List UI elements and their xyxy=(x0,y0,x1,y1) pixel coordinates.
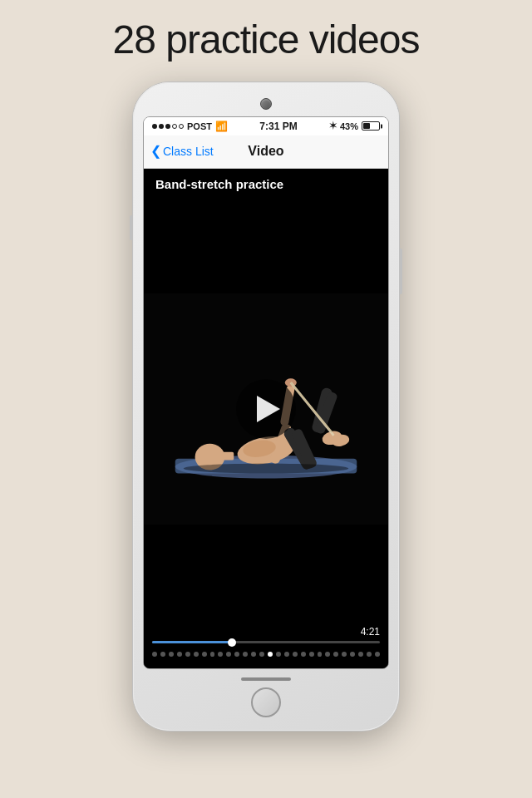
dot-8 xyxy=(218,652,223,657)
phone-screen: POST 📶 7:31 PM ✶ 43% ❮ Class List Video xyxy=(143,116,389,669)
dot-25 xyxy=(358,652,363,657)
video-title: Band-stretch practice xyxy=(155,177,283,191)
dot-7 xyxy=(210,652,215,657)
dot-4 xyxy=(185,652,190,657)
nav-bar: ❮ Class List Video xyxy=(144,135,388,169)
dot-6 xyxy=(202,652,207,657)
dot-20 xyxy=(318,652,323,657)
svg-rect-5 xyxy=(222,452,234,461)
page-title: 28 practice videos xyxy=(113,17,420,62)
signal-dot-5 xyxy=(179,124,184,129)
phone-device: POST 📶 7:31 PM ✶ 43% ❮ Class List Video xyxy=(133,82,399,731)
video-title-bar: Band-stretch practice xyxy=(144,169,388,199)
volume-button xyxy=(130,215,133,240)
dot-21 xyxy=(325,652,330,657)
signal-dot-3 xyxy=(165,124,170,129)
signal-dot-4 xyxy=(172,124,177,129)
dot-23 xyxy=(342,652,347,657)
video-duration: 4:21 xyxy=(361,626,380,638)
signal-dot-1 xyxy=(152,124,157,129)
status-right: ✶ 43% xyxy=(329,121,380,131)
video-area: Band-stretch practice xyxy=(144,169,388,668)
bluetooth-icon: ✶ xyxy=(329,121,337,131)
carrier-label: POST xyxy=(187,121,212,131)
signal-dot-2 xyxy=(159,124,164,129)
dot-11 xyxy=(243,652,248,657)
dot-14 xyxy=(268,652,273,657)
time-display: 4:21 xyxy=(152,626,380,638)
dot-12 xyxy=(251,652,256,657)
play-button[interactable] xyxy=(236,379,296,439)
dot-5 xyxy=(194,652,199,657)
battery-bar xyxy=(362,121,380,131)
svg-point-8 xyxy=(285,378,297,387)
home-button[interactable] xyxy=(251,687,281,717)
status-left: POST 📶 xyxy=(152,121,228,132)
video-controls: 4:21 xyxy=(144,619,388,668)
dot-26 xyxy=(367,652,372,657)
dot-22 xyxy=(333,652,338,657)
signal-bars xyxy=(152,124,184,129)
dot-0 xyxy=(152,652,157,657)
dot-10 xyxy=(234,652,239,657)
phone-bottom xyxy=(241,669,291,721)
play-icon xyxy=(257,396,280,422)
front-camera xyxy=(260,98,272,110)
progress-fill xyxy=(152,641,232,643)
battery-percent: 43% xyxy=(340,121,358,131)
dot-18 xyxy=(301,652,306,657)
wifi-icon: 📶 xyxy=(215,121,228,132)
dot-indicators xyxy=(152,652,380,662)
dot-17 xyxy=(293,652,298,657)
battery-fill xyxy=(363,123,370,129)
dot-19 xyxy=(309,652,314,657)
svg-point-18 xyxy=(184,464,349,474)
status-time: 7:31 PM xyxy=(259,121,297,132)
dot-24 xyxy=(350,652,355,657)
video-frame[interactable] xyxy=(144,199,388,619)
dot-9 xyxy=(226,652,231,657)
chevron-left-icon: ❮ xyxy=(150,145,161,158)
dot-1 xyxy=(160,652,165,657)
battery-icon xyxy=(362,121,380,131)
phone-top xyxy=(143,92,389,116)
progress-bar[interactable] xyxy=(152,641,380,643)
dot-16 xyxy=(284,652,289,657)
dot-13 xyxy=(259,652,264,657)
power-button xyxy=(399,249,402,294)
progress-thumb xyxy=(228,638,236,647)
dot-3 xyxy=(177,652,182,657)
back-button[interactable]: ❮ Class List xyxy=(150,145,214,158)
back-label: Class List xyxy=(163,145,214,158)
dot-15 xyxy=(276,652,281,657)
status-bar: POST 📶 7:31 PM ✶ 43% xyxy=(144,117,388,135)
dot-27 xyxy=(375,652,380,657)
home-bar xyxy=(241,677,291,681)
dot-2 xyxy=(169,652,174,657)
nav-title: Video xyxy=(248,144,283,159)
